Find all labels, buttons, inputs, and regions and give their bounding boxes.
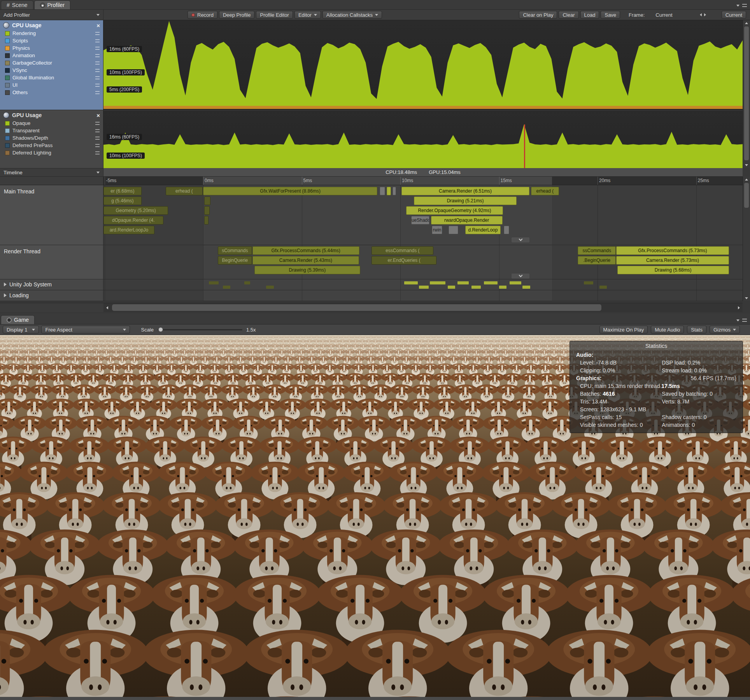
- timeline-sample-bar[interactable]: [387, 187, 391, 195]
- timeline-sample-bar[interactable]: [449, 226, 458, 234]
- legend-item-shadows-depth[interactable]: Shadows/Depth: [0, 134, 103, 142]
- job-system-sample[interactable]: [448, 286, 455, 289]
- legend-item-deferred-prepass[interactable]: Deferred PrePass: [0, 142, 103, 149]
- scroll-down-icon[interactable]: [745, 164, 748, 166]
- timeline-sample-bar[interactable]: Camera.Render (6.51ms): [401, 187, 529, 195]
- scroll-right-icon[interactable]: [738, 306, 740, 309]
- timeline-sample-bar[interactable]: Gfx.ProcessCommands (5.44ms): [252, 246, 359, 255]
- legend-item-transparent[interactable]: Transparent: [0, 127, 103, 134]
- scrollbar-thumb[interactable]: [744, 183, 749, 208]
- timeline-sample-bar[interactable]: sCommands: [218, 246, 252, 255]
- job-system-sample[interactable]: [471, 286, 481, 289]
- drag-handle-icon[interactable]: [95, 129, 100, 132]
- drag-handle-icon[interactable]: [95, 61, 100, 65]
- timeline-sample-bar[interactable]: ard.RenderLoopJo: [103, 226, 154, 234]
- drag-handle-icon[interactable]: [95, 54, 100, 57]
- drag-handle-icon[interactable]: [95, 91, 100, 94]
- editor-dropdown[interactable]: Editor: [294, 11, 321, 19]
- timeline-sample-bar[interactable]: Drawing (5.68ms): [617, 266, 729, 274]
- timeline-sample-bar[interactable]: er (6.68ms): [103, 187, 142, 195]
- job-system-label-col[interactable]: Unity Job System: [0, 279, 103, 290]
- clear-on-play-button[interactable]: Clear on Play: [519, 11, 557, 19]
- timeline-sample-bar[interactable]: [504, 226, 509, 234]
- legend-item-animation[interactable]: Animation: [0, 52, 103, 59]
- legend-item-global-illumination[interactable]: Global Illumination: [0, 74, 103, 81]
- timeline-sample-bar[interactable]: Drawing (5.21ms): [414, 196, 516, 205]
- window-menu-icon[interactable]: [742, 319, 747, 322]
- gizmos-dropdown[interactable]: Gizmos: [710, 326, 740, 333]
- legend-item-vsync[interactable]: VSync: [0, 67, 103, 74]
- drag-handle-icon[interactable]: [95, 32, 100, 35]
- legend-item-physics[interactable]: Physics: [0, 44, 103, 52]
- legend-item-others[interactable]: Others: [0, 89, 103, 96]
- deep-profile-button[interactable]: Deep Profile: [219, 11, 255, 19]
- timeline-view-dropdown[interactable]: Timeline: [0, 168, 103, 177]
- allocation-callstacks-dropdown[interactable]: Allocation Callstacks: [322, 11, 382, 19]
- job-system-sample[interactable]: [209, 281, 218, 284]
- add-profiler-dropdown[interactable]: Add Profiler: [0, 10, 103, 20]
- game-viewport[interactable]: Statistics Audio: Level: -74.8 dB DSP lo…: [0, 335, 750, 700]
- timeline-sample-bar[interactable]: rwardOpaque.Render: [431, 216, 503, 225]
- loading-track[interactable]: [103, 290, 743, 301]
- timeline-sample-bar[interactable]: Drawing (5.39ms): [254, 266, 360, 274]
- legend-item-deferred-lighting[interactable]: Deferred Lighting: [0, 149, 103, 156]
- drag-handle-icon[interactable]: [95, 137, 100, 140]
- tab-profiler[interactable]: Profiler: [34, 0, 70, 9]
- maximize-on-play-button[interactable]: Maximize On Play: [599, 326, 648, 333]
- gpu-usage-module[interactable]: GPU Usage × OpaqueTransparentShadows/Dep…: [0, 110, 103, 168]
- stats-button[interactable]: Stats: [687, 326, 706, 333]
- timeline-sample-bar[interactable]: [393, 187, 396, 195]
- job-system-track[interactable]: [103, 279, 743, 290]
- timeline-sample-bar[interactable]: Render.OpaqueGeometry (4.92ms): [406, 206, 503, 215]
- charts-vertical-scrollbar[interactable]: [743, 20, 750, 168]
- legend-item-rendering[interactable]: Rendering: [0, 30, 103, 37]
- record-button[interactable]: Record: [188, 11, 217, 19]
- aspect-ratio-dropdown[interactable]: Free Aspect: [41, 326, 130, 333]
- main-thread-track[interactable]: er (6.68ms)erhead (Gfx.WaitForPresent (8…: [103, 185, 743, 245]
- profile-editor-button[interactable]: Profile Editor: [256, 11, 293, 19]
- timeline-sample-bar[interactable]: [204, 196, 211, 205]
- render-thread-label-col[interactable]: Render Thread: [0, 245, 103, 279]
- previous-frame-button[interactable]: [700, 13, 702, 16]
- timeline-sample-bar[interactable]: ssCommands: [578, 246, 616, 255]
- scrollbar-thumb[interactable]: [112, 304, 601, 311]
- drag-handle-icon[interactable]: [95, 122, 100, 125]
- job-system-sample[interactable]: [266, 286, 273, 289]
- job-system-sample[interactable]: [404, 281, 417, 284]
- drag-handle-icon[interactable]: [95, 69, 100, 72]
- timeline-sample-bar[interactable]: [204, 216, 209, 225]
- drag-handle-icon[interactable]: [95, 39, 100, 42]
- expand-rows-button[interactable]: [512, 274, 529, 279]
- timeline-sample-bar[interactable]: Camera.Render (5.73ms): [616, 256, 729, 265]
- timeline-sample-bar[interactable]: erhead (: [531, 187, 559, 195]
- job-system-sample[interactable]: [522, 286, 530, 289]
- scroll-left-icon[interactable]: [106, 306, 108, 309]
- job-system-sample[interactable]: [419, 286, 428, 289]
- timeline-sample-bar[interactable]: er.EndQueries (: [371, 256, 436, 265]
- scroll-up-icon[interactable]: [745, 22, 748, 24]
- main-thread-label-col[interactable]: Main Thread: [0, 185, 103, 245]
- legend-item-scripts[interactable]: Scripts: [0, 37, 103, 44]
- scale-slider-knob[interactable]: [158, 327, 163, 332]
- tab-scene[interactable]: # Scene: [1, 0, 33, 9]
- display-dropdown[interactable]: Display 1: [3, 326, 39, 333]
- job-system-sample[interactable]: [430, 281, 445, 284]
- timeline-sample-bar[interactable]: erhead (: [166, 187, 203, 195]
- timeline-sample-bar[interactable]: ueShado: [411, 216, 429, 225]
- drag-handle-icon[interactable]: [95, 84, 100, 87]
- legend-item-ui[interactable]: UI: [0, 81, 103, 89]
- timeline-sample-bar[interactable]: essCommands (: [371, 246, 433, 255]
- legend-item-garbagecollector[interactable]: GarbageCollector: [0, 59, 103, 67]
- tab-list-icon[interactable]: [736, 319, 739, 321]
- timeline-horizontal-scrollbar[interactable]: [103, 303, 743, 312]
- job-system-sample[interactable]: [499, 286, 506, 289]
- scale-slider[interactable]: [158, 329, 242, 330]
- gpu-usage-chart[interactable]: 16ms (60FPS)10ms (100FPS): [103, 111, 743, 168]
- close-icon[interactable]: ×: [96, 113, 100, 118]
- timeline-sample-bar[interactable]: Gfx.ProcessCommands (5.73ms): [616, 246, 729, 255]
- loading-label-col[interactable]: Loading: [0, 290, 103, 301]
- drag-handle-icon[interactable]: [95, 151, 100, 154]
- drag-handle-icon[interactable]: [95, 144, 100, 147]
- drag-handle-icon[interactable]: [95, 47, 100, 50]
- tab-game[interactable]: Game: [1, 315, 35, 324]
